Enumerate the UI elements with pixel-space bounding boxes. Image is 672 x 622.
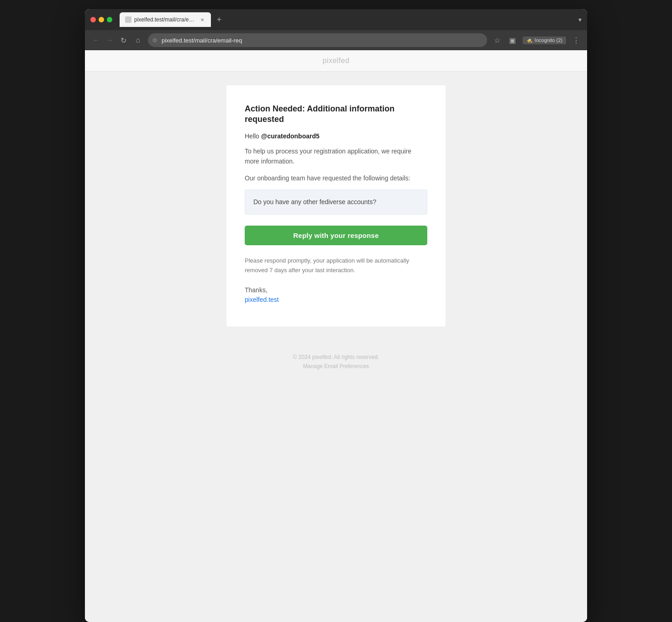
active-tab[interactable]: pixelfed.test/mail/cra/email-r... ✕ [120,12,211,27]
incognito-label: Incognito (2) [535,37,562,43]
browser-actions: ☆ ▣ 🕵 Incognito (2) ⋮ [492,35,582,46]
site-logo: pixelfed [322,57,349,64]
question-text: Do you have any other fediverse accounts… [253,198,376,206]
maximize-window-button[interactable] [107,17,112,22]
browser-window: pixelfed.test/mail/cra/email-r... ✕ + ▾ … [85,9,587,622]
footer-copyright: © 2024 pixelfed. All rights reserved. [94,354,578,360]
close-window-button[interactable] [90,17,96,22]
nav-buttons: ← → ↻ ⌂ [90,35,143,46]
email-title: Action Needed: Additional information re… [245,104,427,125]
back-button[interactable]: ← [90,35,101,46]
sidebar-button[interactable]: ▣ [507,35,518,46]
page-content: pixelfed Action Needed: Additional infor… [85,50,587,622]
tab-dropdown-button[interactable]: ▾ [578,16,582,23]
address-bar-wrapper: ⊙ [148,33,487,47]
reload-button[interactable]: ↻ [118,35,129,46]
email-container: Action Needed: Additional information re… [226,85,446,327]
greeting-prefix: Hello [245,132,261,140]
tab-close-button[interactable]: ✕ [199,16,205,23]
bookmark-button[interactable]: ☆ [492,35,503,46]
minimize-window-button[interactable] [99,17,104,22]
address-icon: ⊙ [152,37,157,43]
email-greeting: Hello @curatedonboard5 [245,132,427,140]
traffic-lights [90,17,112,22]
email-body-text-1: To help us process your registration app… [245,146,427,167]
tab-favicon [125,16,131,23]
question-box: Do you have any other fediverse accounts… [245,190,427,215]
incognito-icon: 🕵 [526,37,533,43]
auto-remove-text: Please respond promptly, your applicatio… [245,256,427,275]
pixelfed-link[interactable]: pixelfed.test [245,296,279,303]
email-body-text-2: Our onboarding team have requested the f… [245,173,427,183]
home-button[interactable]: ⌂ [132,35,143,46]
username: @curatedonboard5 [261,132,320,140]
browser-address-bar: ← → ↻ ⌂ ⊙ ☆ ▣ 🕵 Incognito (2) ⋮ [85,30,587,50]
page-footer: © 2024 pixelfed. All rights reserved. Ma… [85,340,587,388]
tab-title: pixelfed.test/mail/cra/email-r... [134,16,196,23]
menu-button[interactable]: ⋮ [571,35,582,46]
incognito-badge: 🕵 Incognito (2) [523,37,566,44]
footer-manage-preferences[interactable]: Manage Email Preferences [94,363,578,369]
address-input[interactable] [148,33,487,47]
reply-button[interactable]: Reply with your response [245,226,427,245]
site-header: pixelfed [85,50,587,72]
new-tab-button[interactable]: + [213,13,226,26]
browser-toolbar: pixelfed.test/mail/cra/email-r... ✕ + ▾ [85,9,587,30]
email-thanks: Thanks, [245,286,427,294]
browser-tabs: pixelfed.test/mail/cra/email-r... ✕ + ▾ [120,12,582,27]
forward-button[interactable]: → [104,35,115,46]
